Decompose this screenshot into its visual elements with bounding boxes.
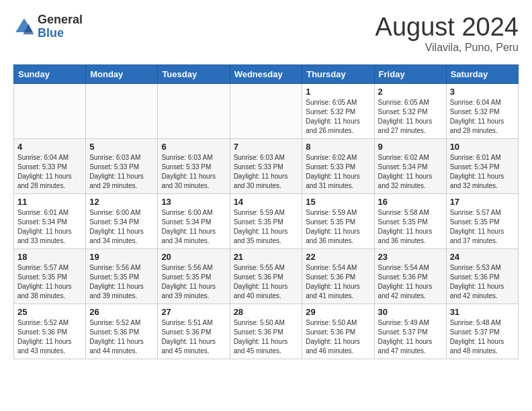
calendar-cell: 30Sunrise: 5:49 AM Sunset: 5:37 PM Dayli…: [374, 304, 446, 359]
day-number: 3: [450, 87, 515, 97]
day-info: Sunrise: 6:03 AM Sunset: 5:33 PM Dayligh…: [161, 153, 226, 191]
day-info: Sunrise: 5:52 AM Sunset: 5:36 PM Dayligh…: [89, 318, 154, 356]
day-info: Sunrise: 6:03 AM Sunset: 5:33 PM Dayligh…: [89, 153, 154, 191]
day-number: 24: [450, 252, 515, 262]
day-number: 23: [378, 252, 443, 262]
day-number: 1: [306, 87, 370, 97]
day-info: Sunrise: 6:04 AM Sunset: 5:32 PM Dayligh…: [450, 98, 515, 136]
day-header-saturday: Saturday: [446, 64, 518, 83]
day-info: Sunrise: 6:00 AM Sunset: 5:34 PM Dayligh…: [161, 208, 226, 246]
calendar-cell: 8Sunrise: 6:02 AM Sunset: 5:33 PM Daylig…: [302, 138, 374, 193]
day-number: 4: [17, 142, 82, 152]
day-number: 10: [450, 142, 515, 152]
day-info: Sunrise: 6:02 AM Sunset: 5:33 PM Dayligh…: [306, 153, 370, 191]
title-block: August 2024 Vilavila, Puno, Peru: [375, 13, 519, 54]
calendar-cell: 17Sunrise: 5:57 AM Sunset: 5:35 PM Dayli…: [446, 193, 518, 248]
day-info: Sunrise: 6:02 AM Sunset: 5:34 PM Dayligh…: [378, 153, 443, 191]
calendar-cell: 6Sunrise: 6:03 AM Sunset: 5:33 PM Daylig…: [158, 138, 230, 193]
calendar-cell: 27Sunrise: 5:51 AM Sunset: 5:36 PM Dayli…: [158, 304, 230, 359]
day-number: 26: [89, 307, 154, 317]
calendar-week-2: 4Sunrise: 6:04 AM Sunset: 5:33 PM Daylig…: [14, 138, 519, 193]
calendar-cell: 13Sunrise: 6:00 AM Sunset: 5:34 PM Dayli…: [158, 193, 230, 248]
day-info: Sunrise: 5:54 AM Sunset: 5:36 PM Dayligh…: [306, 263, 370, 301]
calendar-cell: 25Sunrise: 5:52 AM Sunset: 5:36 PM Dayli…: [14, 304, 86, 359]
calendar-cell: 16Sunrise: 5:58 AM Sunset: 5:35 PM Dayli…: [374, 193, 446, 248]
calendar-cell: 19Sunrise: 5:56 AM Sunset: 5:35 PM Dayli…: [86, 248, 158, 304]
day-number: 21: [234, 252, 299, 262]
day-info: Sunrise: 6:05 AM Sunset: 5:32 PM Dayligh…: [306, 98, 370, 136]
day-number: 9: [378, 142, 443, 152]
day-info: Sunrise: 5:57 AM Sunset: 5:35 PM Dayligh…: [450, 208, 515, 246]
day-info: Sunrise: 5:57 AM Sunset: 5:35 PM Dayligh…: [17, 263, 82, 301]
calendar-cell: 5Sunrise: 6:03 AM Sunset: 5:33 PM Daylig…: [86, 138, 158, 193]
day-number: 15: [306, 197, 370, 207]
day-number: 8: [306, 142, 370, 152]
day-info: Sunrise: 6:01 AM Sunset: 5:34 PM Dayligh…: [17, 208, 82, 246]
day-number: 13: [161, 197, 226, 207]
day-info: Sunrise: 5:51 AM Sunset: 5:36 PM Dayligh…: [161, 318, 226, 356]
logo: General Blue: [13, 13, 83, 40]
calendar-cell: 7Sunrise: 6:03 AM Sunset: 5:33 PM Daylig…: [230, 138, 302, 193]
calendar-cell: 28Sunrise: 5:50 AM Sunset: 5:36 PM Dayli…: [230, 304, 302, 359]
day-info: Sunrise: 6:01 AM Sunset: 5:34 PM Dayligh…: [450, 153, 515, 191]
day-number: 7: [234, 142, 299, 152]
day-header-sunday: Sunday: [14, 64, 86, 83]
day-number: 28: [234, 307, 299, 317]
calendar-cell: 4Sunrise: 6:04 AM Sunset: 5:33 PM Daylig…: [14, 138, 86, 193]
calendar-cell: 2Sunrise: 6:05 AM Sunset: 5:32 PM Daylig…: [374, 83, 446, 138]
day-number: 2: [378, 87, 443, 97]
calendar-cell: 11Sunrise: 6:01 AM Sunset: 5:34 PM Dayli…: [14, 193, 86, 248]
day-info: Sunrise: 5:48 AM Sunset: 5:37 PM Dayligh…: [450, 318, 515, 356]
calendar-cell: 29Sunrise: 5:50 AM Sunset: 5:36 PM Dayli…: [302, 304, 374, 359]
day-info: Sunrise: 5:59 AM Sunset: 5:35 PM Dayligh…: [306, 208, 370, 246]
calendar-cell: 20Sunrise: 5:56 AM Sunset: 5:35 PM Dayli…: [158, 248, 230, 304]
subtitle: Vilavila, Puno, Peru: [375, 42, 519, 54]
calendar-cell: 21Sunrise: 5:55 AM Sunset: 5:36 PM Dayli…: [230, 248, 302, 304]
logo-blue-text: Blue: [38, 27, 83, 40]
day-info: Sunrise: 6:00 AM Sunset: 5:34 PM Dayligh…: [89, 208, 154, 246]
calendar-header-row: SundayMondayTuesdayWednesdayThursdayFrid…: [14, 64, 519, 83]
calendar-cell: [86, 83, 158, 138]
calendar-week-1: 1Sunrise: 6:05 AM Sunset: 5:32 PM Daylig…: [14, 83, 519, 138]
calendar-table: SundayMondayTuesdayWednesdayThursdayFrid…: [13, 64, 519, 359]
day-info: Sunrise: 6:04 AM Sunset: 5:33 PM Dayligh…: [17, 153, 82, 191]
logo-general-text: General: [38, 13, 83, 27]
main-title: August 2024: [375, 13, 519, 42]
day-info: Sunrise: 5:55 AM Sunset: 5:36 PM Dayligh…: [234, 263, 299, 301]
day-number: 18: [17, 252, 82, 262]
day-header-tuesday: Tuesday: [158, 64, 230, 83]
calendar-cell: 10Sunrise: 6:01 AM Sunset: 5:34 PM Dayli…: [446, 138, 518, 193]
day-number: 22: [306, 252, 370, 262]
day-info: Sunrise: 5:50 AM Sunset: 5:36 PM Dayligh…: [234, 318, 299, 356]
calendar-cell: [230, 83, 302, 138]
calendar-cell: 3Sunrise: 6:04 AM Sunset: 5:32 PM Daylig…: [446, 83, 518, 138]
day-info: Sunrise: 6:05 AM Sunset: 5:32 PM Dayligh…: [378, 98, 443, 136]
day-number: 17: [450, 197, 515, 207]
calendar-cell: 24Sunrise: 5:53 AM Sunset: 5:36 PM Dayli…: [446, 248, 518, 304]
day-number: 16: [378, 197, 443, 207]
logo-icon: [13, 16, 35, 38]
calendar-cell: 26Sunrise: 5:52 AM Sunset: 5:36 PM Dayli…: [86, 304, 158, 359]
day-number: 12: [89, 197, 154, 207]
day-info: Sunrise: 5:49 AM Sunset: 5:37 PM Dayligh…: [378, 318, 443, 356]
calendar-week-5: 25Sunrise: 5:52 AM Sunset: 5:36 PM Dayli…: [14, 304, 519, 359]
day-number: 31: [450, 307, 515, 317]
day-header-monday: Monday: [86, 64, 158, 83]
day-info: Sunrise: 5:56 AM Sunset: 5:35 PM Dayligh…: [89, 263, 154, 301]
day-number: 11: [17, 197, 82, 207]
calendar-cell: 12Sunrise: 6:00 AM Sunset: 5:34 PM Dayli…: [86, 193, 158, 248]
calendar-cell: 23Sunrise: 5:54 AM Sunset: 5:36 PM Dayli…: [374, 248, 446, 304]
day-info: Sunrise: 6:03 AM Sunset: 5:33 PM Dayligh…: [234, 153, 299, 191]
day-info: Sunrise: 5:52 AM Sunset: 5:36 PM Dayligh…: [17, 318, 82, 356]
day-header-thursday: Thursday: [302, 64, 374, 83]
day-header-wednesday: Wednesday: [230, 64, 302, 83]
day-number: 6: [161, 142, 226, 152]
calendar-week-4: 18Sunrise: 5:57 AM Sunset: 5:35 PM Dayli…: [14, 248, 519, 304]
day-info: Sunrise: 5:50 AM Sunset: 5:36 PM Dayligh…: [306, 318, 370, 356]
day-number: 14: [234, 197, 299, 207]
day-info: Sunrise: 5:53 AM Sunset: 5:36 PM Dayligh…: [450, 263, 515, 301]
calendar-cell: [14, 83, 86, 138]
day-number: 30: [378, 307, 443, 317]
day-number: 19: [89, 252, 154, 262]
calendar-week-3: 11Sunrise: 6:01 AM Sunset: 5:34 PM Dayli…: [14, 193, 519, 248]
